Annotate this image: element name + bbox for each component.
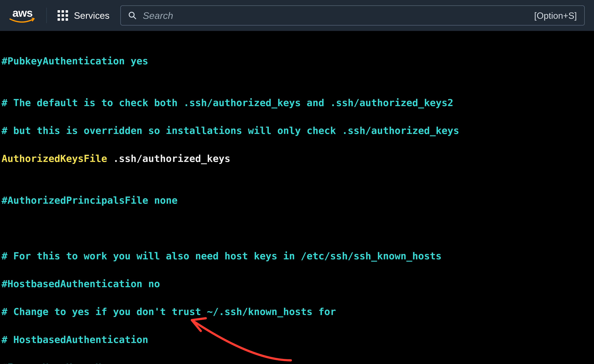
search-shortcut-hint: [Option+S] — [534, 10, 577, 21]
config-line: #AuthorizedPrincipalsFile none — [1, 193, 593, 207]
config-line: #PubkeyAuthentication yes — [1, 54, 593, 68]
config-line: # but this is overridden so installation… — [1, 124, 593, 138]
config-line: #HostbasedAuthentication no — [1, 277, 593, 291]
aws-logo-text: aws — [12, 7, 33, 18]
config-line: # For this to work you will also need ho… — [1, 249, 593, 263]
config-line: # The default is to check both .ssh/auth… — [1, 96, 593, 110]
nav-divider — [47, 8, 47, 23]
svg-point-0 — [129, 12, 134, 17]
config-line: AuthorizedKeysFile .ssh/authorized_keys — [1, 152, 593, 166]
search-icon — [128, 11, 137, 20]
aws-smile-icon — [9, 18, 36, 24]
config-line: # Change to yes if you don't trust ~/.ss… — [1, 305, 593, 319]
services-grid-icon — [58, 10, 68, 21]
services-menu-button[interactable]: Services — [58, 10, 109, 21]
global-search[interactable]: [Option+S] — [120, 5, 585, 26]
services-label: Services — [74, 10, 109, 21]
directive-value: .ssh/authorized_keys — [107, 153, 230, 164]
config-line: #IgnoreUserKnownHosts no — [1, 361, 593, 364]
terminal-editor[interactable]: #PubkeyAuthentication yes # The default … — [0, 31, 594, 364]
directive-key: AuthorizedKeysFile — [1, 153, 107, 164]
aws-logo[interactable]: aws — [9, 7, 36, 24]
search-input[interactable] — [143, 10, 528, 21]
aws-nav-bar: aws Services [Option+S] — [0, 0, 594, 31]
svg-line-1 — [134, 17, 136, 19]
config-line: # HostbasedAuthentication — [1, 333, 593, 347]
